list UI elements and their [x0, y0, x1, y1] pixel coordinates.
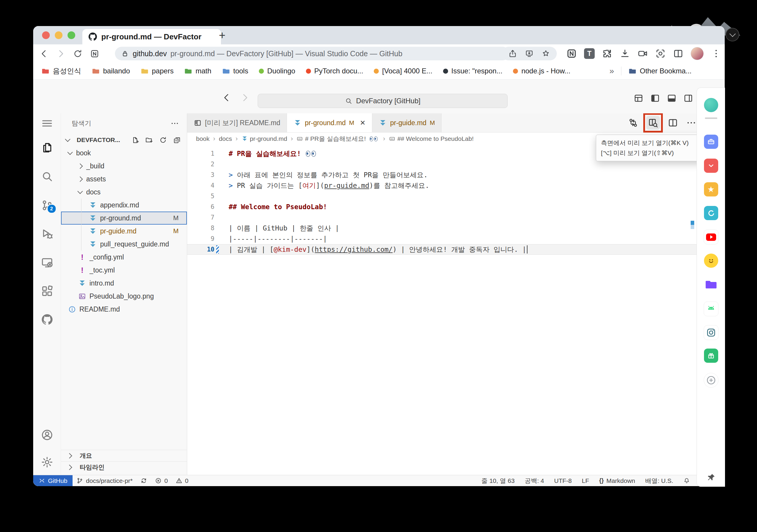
download-icon[interactable]	[620, 48, 630, 59]
bookmark-item[interactable]: PyTorch docu...	[306, 67, 363, 75]
workspace-section-header[interactable]: DEVFACTOR...	[66, 133, 181, 147]
kebab-menu-icon[interactable]	[711, 48, 721, 59]
command-center[interactable]: DevFactory [GitHub]	[258, 94, 508, 108]
code-line-10[interactable]: 10| 김개발 | [@kim-dev](https://github.com/…	[187, 244, 725, 255]
ellipsis-icon[interactable]	[686, 118, 697, 128]
breadcrumb-item[interactable]: docs	[219, 135, 232, 142]
go-back-icon[interactable]	[222, 93, 231, 103]
tree-item-pull_request_guide.md[interactable]: pull_request_guide.md	[61, 238, 187, 251]
bookmark-item[interactable]: Duolingo	[259, 67, 295, 75]
smiley-app-icon[interactable]	[704, 254, 718, 268]
tree-item-pr-guide.md[interactable]: pr-guide.mdM	[61, 225, 187, 238]
pocket-app-icon[interactable]	[704, 158, 718, 173]
drag-handle[interactable]	[705, 118, 717, 119]
ellipsis-icon[interactable]	[170, 119, 179, 128]
editor-tab[interactable]: pr-ground.mdM✕	[287, 113, 372, 132]
section-개요[interactable]: 개요	[61, 450, 187, 461]
puzzle-icon[interactable]	[602, 48, 613, 59]
activity-remote-explorer-icon[interactable]	[41, 256, 54, 269]
bookmark-item[interactable]: 음성인식	[42, 66, 81, 76]
status-git-branch[interactable]: docs/practice-pr*	[73, 475, 136, 486]
tree-item-docs[interactable]: docs	[61, 185, 187, 199]
save-page-icon[interactable]	[525, 49, 534, 58]
tree-item-README.md[interactable]: README.md	[61, 303, 187, 316]
code-line-3[interactable]: 3> 아래 표에 본인의 정보를 추가하고 첫 PR을 만들어보세요.	[187, 170, 725, 180]
activity-github-icon[interactable]	[41, 313, 54, 326]
activity-account-icon[interactable]	[41, 429, 54, 441]
reload-icon[interactable]	[73, 49, 83, 59]
bookmark-star-icon[interactable]	[541, 49, 550, 58]
zoom-button[interactable]	[68, 31, 75, 39]
pin-icon[interactable]	[706, 472, 716, 483]
status-error[interactable]: 0	[151, 475, 172, 486]
briefcase-app-icon[interactable]	[704, 135, 718, 149]
address-bar[interactable]: github.dev pr-ground.md — DevFactory [Gi…	[115, 47, 509, 60]
collapse-chevron-icon[interactable]	[726, 28, 739, 42]
add-app-icon[interactable]	[704, 373, 718, 388]
go-forward-icon[interactable]	[240, 93, 250, 103]
status-item[interactable]: 줄 10, 열 63	[476, 475, 520, 486]
split-view-icon[interactable]	[673, 48, 683, 59]
code-line-6[interactable]: 6## Welcome to PseudoLab!	[187, 202, 725, 212]
bookmark-item[interactable]: tools	[222, 67, 249, 75]
git-compare-icon[interactable]	[628, 118, 639, 128]
editor-tab[interactable]: pr-guide.mdM	[372, 113, 441, 132]
code-line-9[interactable]: 9|-----|--------|-------|	[187, 234, 725, 244]
tree-item-pr-ground.md[interactable]: pr-ground.mdM	[61, 211, 187, 225]
notion-badge-icon[interactable]	[566, 48, 577, 59]
teal-dot-app-icon[interactable]	[704, 98, 718, 112]
status-item[interactable]: 공백: 4	[520, 475, 549, 486]
status-item[interactable]: LF	[577, 475, 594, 486]
activity-extensions-icon[interactable]	[41, 285, 54, 298]
bookmark-item[interactable]: math	[184, 67, 211, 75]
activity-run-debug-icon[interactable]	[41, 228, 54, 240]
activity-files-icon[interactable]	[41, 141, 54, 154]
code-line-5[interactable]: 5	[187, 191, 725, 202]
refresh-icon[interactable]	[159, 136, 167, 144]
status-braces[interactable]: {}Markdown	[594, 475, 640, 486]
open-preview-side-icon[interactable]	[646, 116, 660, 129]
tree-item-_config.yml[interactable]: !_config.yml	[61, 251, 187, 264]
tree-item-_toc.yml[interactable]: !_toc.yml	[61, 264, 187, 277]
activity-settings-icon[interactable]	[41, 456, 54, 469]
status-bell[interactable]	[678, 475, 695, 486]
collapse-all-icon[interactable]	[173, 136, 181, 144]
breadcrumb-item[interactable]: book	[196, 135, 210, 142]
status-remote[interactable]: GitHub	[33, 475, 73, 486]
tree-item-_build[interactable]: _build	[61, 159, 187, 173]
gift-app-icon[interactable]	[704, 349, 718, 363]
new-tab-button[interactable]: +	[216, 28, 228, 42]
other-bookmarks-button[interactable]: Other Bookma...	[628, 67, 691, 75]
status-item[interactable]: UTF-8	[549, 475, 577, 486]
section-타임라인[interactable]: 타임라인	[61, 461, 187, 473]
code-line-7[interactable]: 7	[187, 212, 725, 223]
new-file-icon[interactable]	[131, 136, 139, 144]
status-sync[interactable]	[136, 475, 151, 486]
back-icon[interactable]	[39, 49, 49, 59]
bookmark-item[interactable]: Issue: "respon...	[443, 67, 502, 75]
code-line-8[interactable]: 8| 이름 | GitHub | 한줄 인사 |	[187, 223, 725, 234]
close-tab-icon[interactable]: ✕	[360, 119, 365, 127]
camera-icon[interactable]	[637, 48, 648, 59]
split-editor-icon[interactable]	[668, 118, 678, 128]
tree-item-assets[interactable]: assets	[61, 173, 187, 185]
profile-avatar[interactable]	[691, 47, 704, 60]
minimize-button[interactable]	[55, 31, 63, 39]
activity-search-icon[interactable]	[41, 170, 54, 183]
status-item[interactable]: 배열: U.S.	[640, 475, 678, 486]
share-icon[interactable]	[508, 49, 517, 58]
star-app-icon[interactable]: ★	[704, 182, 718, 196]
capture-icon[interactable]	[655, 48, 666, 59]
panel-left-icon[interactable]	[650, 93, 660, 103]
status-warning[interactable]: 0	[172, 475, 193, 486]
bookmark-item[interactable]: bailando	[92, 67, 130, 75]
tree-item-intro.md[interactable]: intro.md	[61, 277, 187, 290]
purple-folder-app-icon[interactable]	[704, 278, 718, 292]
new-folder-icon[interactable]	[145, 136, 153, 144]
code-line-4[interactable]: 4> PR 실습 가이드는 [여기](pr-guide.md)를 참고해주세요.	[187, 180, 725, 191]
bookmark-item[interactable]: [Voca] 4000 E...	[374, 67, 432, 75]
activity-source-control-icon[interactable]: 2	[41, 199, 54, 212]
panel-bottom-icon[interactable]	[667, 93, 677, 103]
layout-custom-icon[interactable]	[633, 93, 644, 103]
notion-icon[interactable]	[90, 49, 100, 59]
